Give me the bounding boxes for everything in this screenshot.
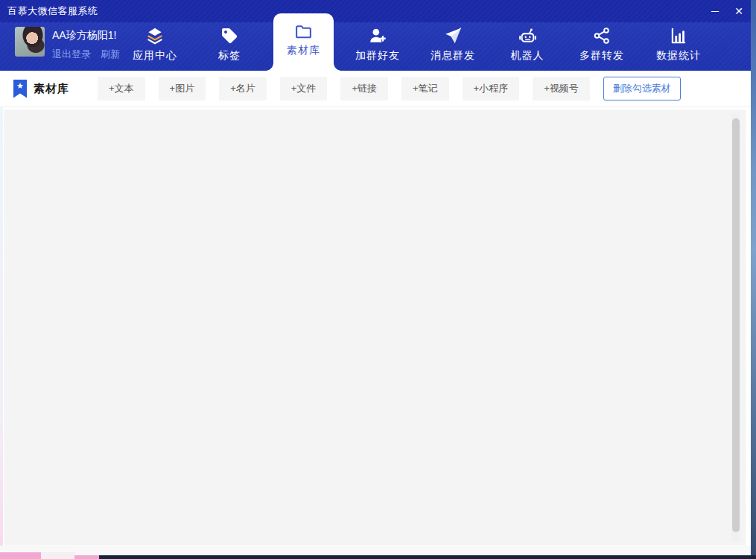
delete-selected-material-button[interactable]: 删除勾选素材 xyxy=(603,77,681,100)
nav-item-label: 消息群发 xyxy=(419,49,486,63)
bookmark-star-icon: ★ xyxy=(13,80,27,98)
user-name: AA珍方杨阳1! xyxy=(52,29,116,42)
user-links: 退出登录 刷新 xyxy=(52,48,120,61)
add-mini-program-button[interactable]: +小程序 xyxy=(463,77,520,100)
active-tab-curl-left xyxy=(266,63,273,71)
add-file-button[interactable]: +文件 xyxy=(280,77,328,100)
window-title: 百慕大微信客服系统 xyxy=(0,4,98,18)
add-link-button[interactable]: +链接 xyxy=(340,77,388,100)
tag-icon xyxy=(196,26,263,45)
desktop-taskbar-edge xyxy=(0,555,756,559)
nav-item-label: 数据统计 xyxy=(645,49,712,63)
nav-item-label: 加群好友 xyxy=(344,49,411,63)
minimize-button[interactable]: ─ xyxy=(703,0,727,22)
desktop-background-left-edge xyxy=(0,106,3,555)
section-title: 素材库 xyxy=(34,82,69,96)
add-note-button[interactable]: +笔记 xyxy=(401,77,449,100)
nav-item-data-statistics[interactable]: 数据统计 xyxy=(645,26,712,69)
layers-icon xyxy=(121,26,188,45)
desktop-background-right-edge xyxy=(751,0,756,559)
nav-item-label: 标签 xyxy=(196,49,263,63)
material-list-empty-area xyxy=(4,109,746,546)
add-text-button[interactable]: +文本 xyxy=(98,77,145,100)
nav-item-label: 应用中心 xyxy=(121,49,188,63)
toolbar-divider xyxy=(0,106,751,107)
share-icon xyxy=(568,26,635,45)
user-plus-icon xyxy=(344,26,411,45)
nav-item-label: 机器人 xyxy=(494,49,561,63)
nav-item-multi-group-forward[interactable]: 多群转发 xyxy=(568,26,635,69)
add-image-button[interactable]: +图片 xyxy=(159,77,206,100)
refresh-link[interactable]: 刷新 xyxy=(101,48,120,61)
taskbar-pink-segment xyxy=(74,555,99,559)
close-button[interactable]: ✕ xyxy=(727,0,751,22)
paper-plane-icon xyxy=(419,26,486,45)
add-button-row: +文本+图片+名片+文件+链接+笔记+小程序+视频号删除勾选素材 xyxy=(98,77,681,100)
material-library-toolbar: ★ 素材库 +文本+图片+名片+文件+链接+笔记+小程序+视频号删除勾选素材 xyxy=(0,71,751,106)
nav-item-robot[interactable]: 机器人 xyxy=(494,26,561,69)
robot-icon xyxy=(494,26,561,45)
scrollbar-thumb[interactable] xyxy=(732,118,740,532)
nav-item-add-group-friends[interactable]: 加群好友 xyxy=(344,26,411,69)
nav-item-label: 多群转发 xyxy=(568,49,635,63)
window-bottom-margin xyxy=(0,546,751,555)
main-navigation-bar: AA珍方杨阳1! 退出登录 刷新 应用中心标签加群好友消息群发机器人多群转发数据… xyxy=(0,22,751,71)
bar-chart-icon xyxy=(645,26,712,45)
window-controls: ─ ✕ xyxy=(703,0,751,22)
folder-icon xyxy=(273,22,334,41)
nav-item-app-center[interactable]: 应用中心 xyxy=(121,26,188,69)
add-video-channel-button[interactable]: +视频号 xyxy=(533,77,590,100)
title-bar: 百慕大微信客服系统 ─ ✕ xyxy=(0,0,751,22)
user-avatar[interactable] xyxy=(15,27,45,57)
taskbar-pink-segment xyxy=(0,552,41,559)
add-card-button[interactable]: +名片 xyxy=(219,77,267,100)
nav-item-tags[interactable]: 标签 xyxy=(196,26,263,69)
logout-link[interactable]: 退出登录 xyxy=(52,48,91,61)
nav-item-label: 素材库 xyxy=(273,44,334,57)
nav-item-message-broadcast[interactable]: 消息群发 xyxy=(419,26,486,69)
nav-item-material-library[interactable]: 素材库 xyxy=(273,13,334,71)
taskbar-light-notch xyxy=(41,552,74,559)
active-tab-curl-right xyxy=(334,63,341,71)
